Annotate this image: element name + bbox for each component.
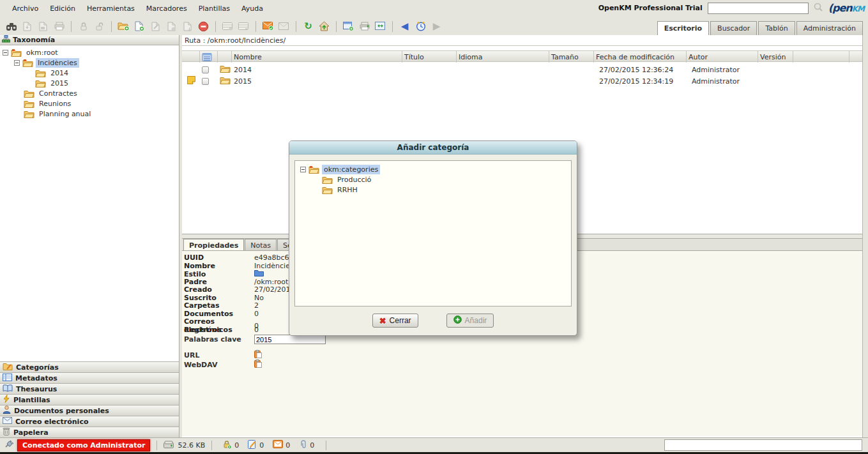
tree-item-rrhh[interactable]: RRHH (295, 185, 571, 195)
select-all-header[interactable] (200, 51, 218, 63)
add-subscription-icon[interactable] (261, 19, 275, 33)
keywords-input[interactable] (254, 335, 326, 344)
folder-icon (322, 176, 333, 184)
column-nombre[interactable]: Nombre (232, 51, 402, 63)
personal-documents-icon (3, 405, 11, 416)
sidebar-item-thesaurus[interactable]: Thesaurus (0, 383, 179, 394)
sidebar-item-categorias[interactable]: Categorías (0, 361, 179, 372)
menu-herramientas[interactable]: Herramientas (81, 2, 141, 15)
file-modified: 27/02/2015 12:36:24 (594, 66, 687, 74)
checkout-document-icon (180, 19, 195, 33)
lock-icon (76, 19, 91, 33)
close-button[interactable]: ✖ Cerrar (372, 314, 418, 328)
tab-buscador[interactable]: Buscador (710, 21, 757, 35)
menu-ayuda[interactable]: Ayuda (236, 2, 269, 15)
column-fecha[interactable]: Fecha de modificación (594, 51, 687, 63)
cancel-checkout-icon[interactable] (196, 19, 211, 33)
column-tamano[interactable]: Tamaño (549, 51, 594, 63)
add-property-group-icon (220, 19, 235, 33)
connection-plug-icon (4, 440, 13, 451)
icon-column-header (218, 51, 232, 63)
message-input[interactable] (664, 439, 862, 451)
sidebar-item-papelera[interactable]: Papelera (0, 427, 179, 437)
folder-icon (35, 69, 46, 77)
dialog-title[interactable]: Añadir categoría (289, 141, 577, 155)
copy-webdav-icon[interactable] (254, 359, 862, 370)
folder-icon (24, 89, 34, 98)
tree-item-contractes[interactable]: Contractes (0, 88, 179, 98)
field-label: Padre (184, 278, 254, 286)
create-folder-icon[interactable] (116, 19, 131, 33)
connection-status-badge: Conectado como Administrator (17, 439, 150, 451)
folder-icon (24, 110, 34, 118)
keyword-note-icon (187, 76, 195, 86)
menu-archivo[interactable]: Archivo (6, 2, 44, 15)
trash-icon (3, 427, 10, 437)
row-checkbox[interactable] (202, 66, 209, 73)
root-folder-icon (308, 165, 319, 174)
folder-icon (220, 76, 231, 86)
subscriptions-counter: 0 (273, 440, 290, 450)
quick-search-input[interactable] (708, 3, 809, 14)
tab-notas[interactable]: Notas (245, 239, 277, 250)
menu-marcadores[interactable]: Marcadores (141, 2, 193, 15)
workspace-tabs: Escritorio Buscador Tablón Administració… (656, 21, 863, 35)
refresh-icon[interactable]: ↻ (301, 19, 316, 33)
tree-item-2015[interactable]: 2015 (0, 78, 179, 88)
scheduler-icon[interactable] (413, 19, 428, 33)
back-icon[interactable]: ◀ (397, 19, 412, 33)
collapse-icon[interactable] (14, 60, 20, 66)
copy-url-icon[interactable] (254, 350, 862, 360)
menu-bar: Archivo Edición Herramientas Marcadores … (0, 0, 868, 17)
column-version[interactable]: Versión (758, 51, 793, 63)
paperclip-icon (299, 440, 307, 451)
tree-item-okm-root[interactable]: okm:root (0, 47, 179, 57)
user-home-icon[interactable] (317, 19, 331, 33)
tree-item-produccio[interactable]: Producció (295, 174, 571, 185)
sidebar-item-plantillas[interactable]: Plantillas (0, 394, 179, 405)
templates-icon (3, 395, 10, 405)
row-checkbox[interactable] (202, 78, 209, 85)
tab-escritorio[interactable]: Escritorio (657, 21, 709, 35)
column-titulo[interactable]: Título (402, 51, 457, 63)
sidebar-item-metadatos[interactable]: Metadatos (0, 372, 179, 383)
column-autor[interactable]: Autor (687, 51, 758, 63)
folder-icon (322, 186, 333, 194)
checkout-documents-counter: 0 (248, 440, 264, 451)
tree-item-okm-categories[interactable]: okm:categories (295, 164, 571, 174)
metadata-icon (3, 374, 12, 383)
tree-item-incidencies[interactable]: Incidències (0, 57, 179, 68)
field-label: UUID (184, 253, 254, 262)
print-icon (52, 19, 66, 33)
file-table-header: Nombre Título Idioma Tamaño Fecha de mod… (182, 50, 862, 62)
tree-item-2014[interactable]: 2014 (0, 68, 179, 78)
storage-icon (164, 441, 174, 450)
sidebar-item-correo-electronico[interactable]: Correo electrónico (0, 416, 179, 427)
menu-edicion[interactable]: Edición (44, 2, 81, 15)
tab-administracion[interactable]: Administración (796, 21, 863, 35)
uploader-icon[interactable] (373, 19, 388, 33)
tab-tablon[interactable]: Tablón (758, 21, 795, 35)
categories-icon (3, 362, 13, 372)
table-row[interactable]: 2015 27/02/2015 12:34:19 Administrator (182, 75, 862, 87)
collapse-icon[interactable] (300, 167, 306, 172)
add-workspace-icon[interactable] (341, 19, 356, 33)
tree-item-reunions[interactable]: Reunions (0, 98, 179, 109)
search-icon[interactable] (814, 3, 823, 14)
column-idioma[interactable]: Idioma (457, 51, 549, 63)
table-row[interactable]: 2014 27/02/2015 12:36:24 Administrator (182, 64, 862, 75)
field-label: Suscrito (184, 294, 254, 302)
find-icon[interactable] (4, 19, 19, 33)
file-name[interactable]: 2015 (232, 77, 402, 86)
add-document-icon[interactable] (132, 19, 147, 33)
scanner-icon[interactable] (357, 19, 372, 33)
openkm-logo: (penKM (828, 2, 864, 14)
sidebar-item-documentos-personales[interactable]: Documentos personales (0, 405, 179, 416)
add-button[interactable]: Añadir (446, 314, 494, 328)
tab-propiedades[interactable]: Propiedades (183, 239, 244, 250)
tree-item-planning-anual[interactable]: Planning anual (0, 109, 179, 119)
file-name[interactable]: 2014 (232, 66, 402, 74)
menu-plantillas[interactable]: Plantillas (193, 2, 236, 15)
collapse-icon[interactable] (3, 50, 8, 56)
folder-icon (24, 100, 34, 108)
